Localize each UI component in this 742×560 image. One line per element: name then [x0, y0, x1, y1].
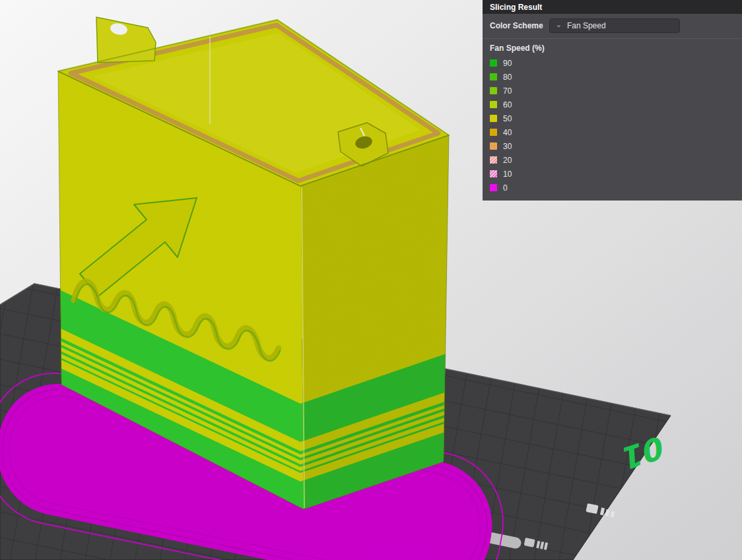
legend-color-swatch — [490, 73, 497, 80]
legend-value: 40 — [503, 128, 512, 137]
legend-row: 20 — [490, 153, 735, 167]
legend-value: 20 — [503, 156, 512, 165]
color-scheme-label: Color Scheme — [490, 21, 543, 30]
legend-row: 0 — [490, 181, 735, 195]
color-scheme-dropdown[interactable]: ⌄ Fan Speed — [549, 18, 680, 33]
fan-speed-legend: 90 80 70 60 50 40 30 20 — [483, 55, 742, 201]
legend-value: 0 — [503, 183, 508, 193]
legend-color-swatch — [490, 156, 497, 164]
legend-row: 40 — [490, 125, 735, 139]
color-scheme-value: Fan Speed — [567, 21, 606, 30]
legend-row: 80 — [490, 70, 735, 84]
legend-color-swatch — [490, 59, 497, 67]
legend-title: Fan Speed (%) — [483, 39, 742, 55]
legend-row: 50 — [490, 111, 735, 125]
panel-header: Slicing Result — [483, 0, 742, 14]
legend-row: 60 — [490, 98, 735, 111]
legend-value: 30 — [503, 142, 512, 151]
legend-value: 10 — [503, 170, 512, 179]
legend-color-swatch — [490, 87, 497, 94]
color-scheme-row: Color Scheme ⌄ Fan Speed — [483, 14, 742, 39]
legend-row: 30 — [490, 139, 735, 153]
legend-value: 50 — [503, 114, 512, 123]
legend-value: 90 — [503, 59, 512, 68]
legend-color-swatch — [490, 101, 497, 108]
legend-color-swatch — [490, 115, 497, 122]
legend-color-swatch — [490, 129, 497, 136]
legend-row: 90 — [490, 56, 735, 70]
panel-title: Slicing Result — [490, 3, 542, 12]
legend-value: 70 — [503, 86, 512, 96]
chevron-down-icon: ⌄ — [556, 21, 562, 28]
legend-row: 10 — [490, 167, 735, 181]
legend-value: 60 — [503, 100, 512, 109]
legend-color-swatch — [490, 170, 497, 177]
legend-color-swatch — [490, 142, 497, 150]
slicing-result-panel: Slicing Result Color Scheme ⌄ Fan Speed … — [483, 0, 742, 201]
legend-row: 70 — [490, 84, 735, 98]
legend-value: 80 — [503, 73, 512, 82]
legend-color-swatch — [490, 184, 497, 191]
